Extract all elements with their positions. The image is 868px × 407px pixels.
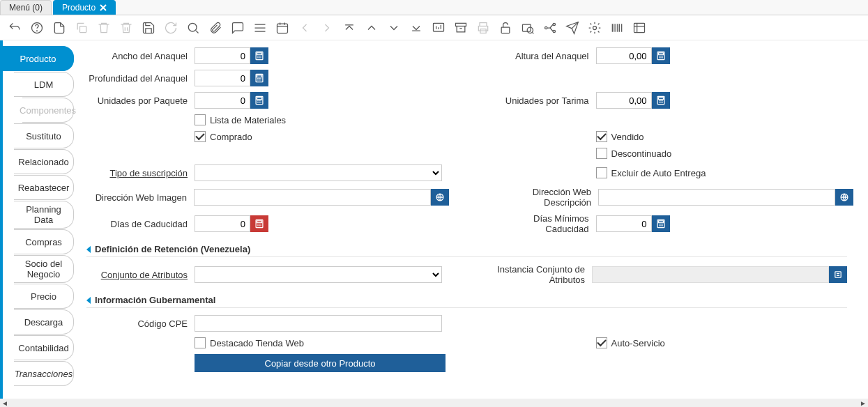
svg-rect-4 (277, 24, 288, 33)
sidetab-transacciones[interactable]: Transacciones (14, 361, 74, 386)
check-lista-materiales[interactable] (195, 114, 206, 125)
input-profundidad[interactable] (195, 70, 250, 86)
first-icon[interactable] (342, 20, 357, 36)
sidetab-contabilidad[interactable]: Contabilidad (14, 335, 74, 360)
sidetab-precio[interactable]: Precio (14, 284, 74, 309)
input-direccion-imagen[interactable] (194, 189, 431, 206)
chat-icon[interactable] (230, 20, 245, 36)
select-conjunto-atributos[interactable] (195, 266, 442, 283)
sidetab-relacionado[interactable]: Relacionado (14, 149, 74, 174)
globe-direccion-imagen[interactable] (431, 189, 449, 206)
form-icon[interactable] (632, 20, 647, 36)
check-comprado[interactable] (195, 131, 206, 142)
input-unidades-paquete[interactable] (195, 92, 250, 109)
sidetab-producto[interactable]: Producto (3, 46, 74, 71)
calc-unidades-tarima[interactable] (652, 92, 670, 109)
lock-icon[interactable] (498, 20, 513, 36)
copy-product-button[interactable]: Copiar desde otro Producto (195, 354, 446, 372)
check-auto-servicio[interactable] (596, 337, 607, 348)
attach-icon[interactable] (208, 20, 223, 36)
gear-icon[interactable] (587, 20, 602, 36)
select-tipo-suscripcion[interactable] (195, 164, 442, 181)
svg-point-1 (37, 30, 38, 31)
calc-dias-minimos[interactable] (652, 215, 670, 232)
checklabel-excluir-auto: Excluir de Auto Entrega (611, 168, 706, 178)
save-icon[interactable] (141, 20, 156, 36)
input-dias-minimos[interactable] (596, 215, 652, 232)
input-unidades-tarima[interactable] (596, 92, 652, 109)
label-direccion-imagen: Dirección Web Imagen (86, 192, 194, 203)
input-altura[interactable] (596, 47, 652, 64)
calc-dias-caducidad[interactable] (250, 215, 268, 232)
zoom-icon[interactable] (520, 20, 535, 36)
close-icon[interactable] (100, 4, 107, 11)
btn-instancia-atributos[interactable] (829, 266, 847, 283)
svg-rect-22 (257, 75, 262, 77)
label-profundidad: Profundidad del Anaquel (86, 73, 195, 84)
refresh-icon (163, 20, 178, 36)
check-destacado-tienda[interactable] (195, 337, 206, 348)
checklabel-vendido: Vendido (611, 132, 644, 142)
sidetab-socio[interactable]: Socio del Negocio (14, 255, 74, 283)
scroll-left-icon[interactable]: ◄ (0, 399, 10, 407)
help-icon[interactable] (29, 20, 45, 36)
svg-point-11 (527, 27, 533, 33)
label-conjunto-atributos: Conjunto de Atributos (86, 270, 195, 280)
list-icon[interactable] (252, 20, 268, 36)
svg-rect-24 (257, 98, 262, 100)
delete2-icon (119, 20, 134, 36)
report-icon[interactable] (431, 20, 446, 36)
calc-altura[interactable] (652, 47, 670, 64)
label-tipo-suscripcion: Tipo de suscripción (86, 168, 195, 178)
sidetab-sustituto[interactable]: Sustituto (14, 123, 74, 148)
form-content: Ancho del Anaquel Altura del Anaquel Pro… (74, 40, 868, 399)
input-codigo-cpe[interactable] (195, 315, 442, 332)
label-altura: Altura del Anaquel (488, 51, 596, 61)
svg-rect-2 (80, 26, 86, 32)
sidetab-reabastecer[interactable]: Reabastecer (14, 175, 74, 200)
sidetab-componentes[interactable]: Componentes (22, 98, 74, 123)
new-icon[interactable] (52, 20, 67, 36)
collapse-icon[interactable] (86, 297, 91, 304)
top-tabbar: Menú (0) Producto (0, 0, 868, 15)
checklabel-comprado: Comprado (210, 132, 252, 142)
sidetab-planning[interactable]: Planning Data (14, 201, 74, 229)
tab-menu[interactable]: Menú (0) (0, 0, 52, 15)
svg-point-12 (545, 26, 547, 29)
label-dias-caducidad: Días de Caducidad (86, 219, 195, 229)
collapse-icon[interactable] (86, 246, 91, 253)
calc-unidades-paquete[interactable] (250, 92, 268, 109)
input-direccion-desc[interactable] (598, 189, 835, 206)
scroll-right-icon[interactable]: ► (858, 399, 868, 407)
svg-rect-26 (658, 98, 663, 100)
up-icon[interactable] (364, 20, 379, 36)
section-gubernamental: Información Gubernamental (86, 295, 847, 308)
input-dias-caducidad[interactable] (195, 215, 250, 232)
globe-direccion-desc[interactable] (835, 189, 853, 206)
workflow-icon[interactable] (542, 20, 558, 36)
bottom-scrollbar[interactable]: ◄ ► (0, 399, 868, 407)
check-descontinuado[interactable] (596, 148, 607, 159)
sidetab-descarga[interactable]: Descarga (14, 309, 74, 335)
barcode-icon[interactable] (609, 20, 625, 36)
sidetab-ldm[interactable]: LDM (14, 72, 74, 97)
send-icon[interactable] (565, 20, 580, 36)
checklabel-auto-servicio: Auto-Servicio (611, 338, 665, 348)
label-ancho: Ancho del Anaquel (86, 51, 195, 61)
down-icon[interactable] (386, 20, 402, 36)
calendar-icon[interactable] (275, 20, 290, 36)
svg-rect-10 (523, 24, 531, 31)
undo-icon[interactable] (7, 20, 22, 36)
check-excluir-auto[interactable] (596, 167, 607, 178)
calc-ancho[interactable] (250, 47, 268, 64)
label-unidades-paquete: Unidades por Paquete (86, 95, 195, 106)
section-retencion: Definición de Retención (Venezuela) (86, 244, 847, 257)
archive-icon[interactable] (453, 20, 469, 36)
check-vendido[interactable] (596, 131, 607, 142)
search-icon[interactable] (185, 20, 201, 36)
calc-profundidad[interactable] (250, 70, 268, 86)
sidetab-compras[interactable]: Compras (14, 229, 74, 254)
tab-producto[interactable]: Producto (53, 0, 116, 15)
last-icon[interactable] (409, 20, 424, 36)
input-ancho[interactable] (195, 47, 250, 64)
